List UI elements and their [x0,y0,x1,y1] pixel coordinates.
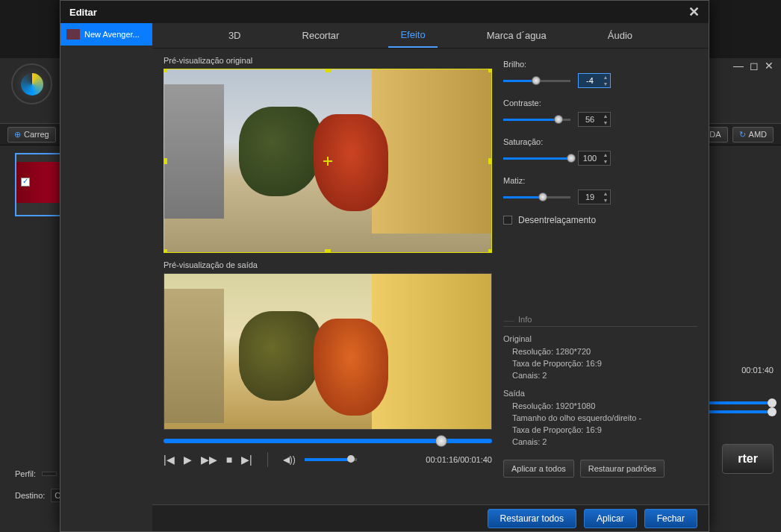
info-header-label: Info [514,315,535,324]
volume-slider[interactable] [305,458,357,461]
bg-slider-2[interactable] [706,410,774,413]
apply-all-button[interactable]: Aplicar a todos [503,460,574,478]
crop-handle[interactable] [488,158,492,164]
profile-label: Perfil: [15,469,36,478]
saturation-slider[interactable] [503,157,570,160]
deinterlace-checkbox[interactable] [503,216,512,225]
deinterlace-label: Desentrelaçamento [518,215,596,225]
original-preview-label: Pré-visualização original [164,56,492,65]
crop-handle[interactable] [488,249,492,253]
tab-bar: 3D Recortar Efeito Marca d´agua Áudio [152,23,709,48]
info-line: Canais: 2 [503,437,697,446]
tab-audio[interactable]: Áudio [596,24,644,47]
bg-sliders [706,395,774,419]
next-icon[interactable]: ▶| [241,454,252,466]
spin-down-icon[interactable]: ▼ [601,197,610,204]
tab-crop[interactable]: Recortar [290,24,352,47]
effect-controls: Brilho: -4 ▲▼ [503,56,697,497]
modal-footer: Restaurar todos Aplicar Fechar [152,504,709,531]
info-line: Taxa de Proporção: 16:9 [503,425,697,434]
contrast-label: Contraste: [503,98,697,107]
spin-down-icon[interactable]: ▼ [601,119,610,126]
progress-slider[interactable] [164,439,492,443]
bg-bottom-panel: Perfil: Destino:C: [15,469,66,502]
profile-input[interactable] [42,472,57,476]
maximize-icon[interactable]: ◻ [750,60,759,72]
info-line: Tamanho do olho esquerdo/direito - [503,413,697,422]
progress-thumb[interactable] [435,435,447,447]
bg-window-controls: — ◻ ✕ [721,58,781,73]
spin-up-icon[interactable]: ▲ [601,113,610,119]
crop-handle[interactable] [488,69,492,72]
close-button[interactable]: Fechar [644,509,697,528]
load-button[interactable]: ⊕Carreg [7,127,56,143]
dest-label: Destino: [15,491,45,500]
info-line: Canais: 2 [503,371,697,380]
app-logo [11,63,52,104]
crop-handle[interactable] [325,69,331,72]
bg-slider-1[interactable] [706,401,774,404]
play-icon[interactable]: ▶ [184,454,192,466]
hue-label: Matiz: [503,176,697,185]
original-preview[interactable] [164,69,492,253]
info-original-title: Original [503,334,697,343]
preview-column: Pré-visualização original [164,56,492,497]
hue-spinner[interactable]: 19 ▲▼ [578,190,611,204]
brightness-slider[interactable] [503,80,570,82]
crop-handle[interactable] [164,158,167,164]
tab-effect[interactable]: Efeito [388,23,437,48]
sidebar-item-video[interactable]: New Avenger... [60,23,152,46]
contrast-slider[interactable] [503,119,570,121]
volume-icon[interactable]: ◀)) [283,454,296,465]
thumbnail-checkbox[interactable] [21,178,30,187]
tab-3d[interactable]: 3D [217,24,253,47]
crop-handle[interactable] [325,249,331,253]
saturation-spinner[interactable]: 100 ▲▼ [578,151,611,166]
fast-forward-icon[interactable]: ▶▶ [201,454,217,466]
edit-modal: Editar ✕ New Avenger... 3D Recortar Efei… [60,0,709,532]
info-line: Resolução: 1920*1080 [503,401,697,410]
modal-main: 3D Recortar Efeito Marca d´agua Áudio Pr… [152,23,709,531]
convert-button[interactable]: rter [722,444,774,474]
brightness-label: Brilho: [503,60,697,69]
amd-badge: ↻ AMD [732,127,774,143]
crop-center-icon[interactable] [323,157,332,166]
close-icon[interactable]: ✕ [688,4,700,20]
time-display: 00:01:16/00:01:40 [426,455,492,464]
contrast-spinner[interactable]: 56 ▲▼ [578,112,611,127]
spin-up-icon[interactable]: ▲ [601,74,610,81]
output-preview [164,273,492,430]
spin-down-icon[interactable]: ▼ [601,158,610,165]
restore-all-button[interactable]: Restaurar todos [488,509,576,528]
sidebar-item-label: New Avenger... [84,30,140,39]
apply-button[interactable]: Aplicar [584,509,637,528]
minimize-icon[interactable]: — [733,60,744,72]
prev-icon[interactable]: |◀ [164,454,175,466]
sidebar-thumb-icon [66,29,80,40]
spin-down-icon[interactable]: ▼ [601,81,610,87]
info-output-title: Saída [503,389,697,398]
crop-handle[interactable] [164,249,167,253]
output-preview-label: Pré-visualização de saída [164,260,492,269]
modal-title-text: Editar [69,7,97,18]
brightness-spinner[interactable]: -4 ▲▼ [578,73,611,88]
restore-defaults-button[interactable]: Restaurar padrões [580,460,665,478]
hue-slider[interactable] [503,196,570,198]
modal-titlebar: Editar ✕ [60,1,709,23]
info-line: Resolução: 1280*720 [503,347,697,356]
info-line: Taxa de Proporção: 16:9 [503,359,697,368]
stop-icon[interactable]: ■ [226,454,232,466]
modal-sidebar: New Avenger... [60,23,152,531]
tab-watermark[interactable]: Marca d´agua [475,24,558,47]
close-icon[interactable]: ✕ [765,60,774,72]
bg-time-label: 00:01:40 [741,366,774,375]
info-panel: Info Original Resolução: 1280*720 Taxa d… [503,315,697,446]
playback-controls: |◀ ▶ ▶▶ ■ ▶| ◀)) 00:01:16/00:01:40 [164,439,492,467]
saturation-label: Saturação: [503,137,697,146]
spin-up-icon[interactable]: ▲ [601,190,610,197]
crop-handle[interactable] [164,69,167,72]
spin-up-icon[interactable]: ▲ [601,151,610,158]
